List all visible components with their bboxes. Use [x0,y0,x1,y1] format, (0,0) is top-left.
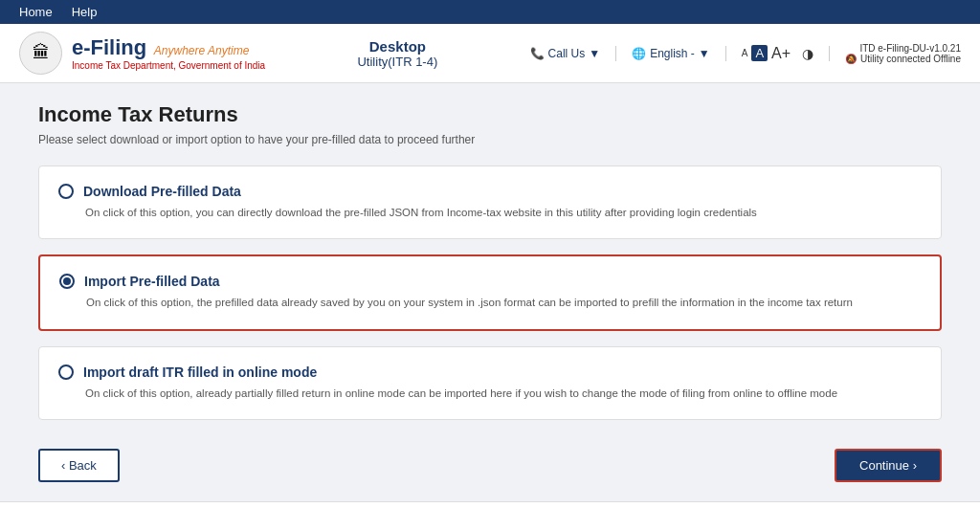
option3-header: Import draft ITR filled in online mode [58,364,922,380]
font-small-button[interactable]: A [742,48,748,58]
font-medium-button[interactable]: A [751,45,768,61]
top-navbar: Home Help [0,0,980,24]
nav-help[interactable]: Help [72,5,98,19]
contrast-button[interactable]: ◑ [802,46,813,61]
option2-title: Import Pre-filled Data [84,274,220,289]
option1-header: Download Pre-filled Data [58,184,922,199]
radio-import[interactable] [59,274,75,289]
option3-desc: On click of this option, already partial… [58,386,922,402]
option3-title: Import draft ITR filled in online mode [83,364,317,380]
emblem-icon: 🏛 [19,32,62,75]
offline-icon: 🔕 [845,54,857,64]
divider3 [829,46,830,61]
option2-desc: On click of this option, the prefilled d… [59,295,921,311]
logo-subtitle: Income Tax Department, Government of Ind… [72,60,265,71]
option-card-download[interactable]: Download Pre-filled Data On click of thi… [38,166,942,239]
footer: Copyright © Income Tax Department, Minis… [0,501,980,508]
desktop-utility-title: Desktop Utility(ITR 1-4) [357,38,437,69]
language-selector[interactable]: 🌐 English - ▼ [632,47,710,60]
font-controls: A A A+ [742,45,791,62]
back-button[interactable]: ‹ Back [38,449,120,482]
logo-area: 🏛 e-Filing Anywhere Anytime Income Tax D… [19,32,265,75]
radio-download[interactable] [58,184,74,199]
radio-draft[interactable] [58,364,74,380]
itd-info: ITD e-Filing-DU-v1.0.21 🔕 Utility connec… [845,43,961,64]
bottom-bar: ‹ Back Continue › [38,439,942,482]
phone-icon: 📞 [530,47,545,60]
divider2 [725,46,726,61]
page-title: Income Tax Returns [38,102,942,127]
continue-button[interactable]: Continue › [835,449,942,482]
header-right: 📞 Call Us ▼ 🌐 English - ▼ A A A+ ◑ ITD e… [530,43,961,64]
header: 🏛 e-Filing Anywhere Anytime Income Tax D… [0,24,980,83]
divider [615,46,616,61]
option-card-draft[interactable]: Import draft ITR filled in online mode O… [38,346,942,420]
page-subtitle: Please select download or import option … [38,133,942,146]
font-large-button[interactable]: A+ [771,45,791,62]
logo-efiling-text: e-Filing Anywhere Anytime [72,35,265,60]
call-us-button[interactable]: 📞 Call Us ▼ [530,47,601,60]
option2-header: Import Pre-filled Data [59,274,921,289]
main-content: Income Tax Returns Please select downloa… [0,83,980,501]
nav-home[interactable]: Home [19,5,53,19]
option1-desc: On click of this option, you can directl… [58,205,922,221]
option-card-import[interactable]: Import Pre-filled Data On click of this … [38,254,942,330]
globe-icon: 🌐 [632,47,646,60]
logo-text: e-Filing Anywhere Anytime Income Tax Dep… [72,35,265,71]
option1-title: Download Pre-filled Data [83,184,241,199]
